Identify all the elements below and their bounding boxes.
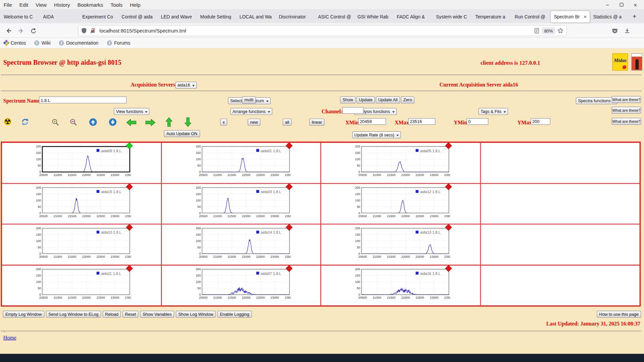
- next-arrow-icon[interactable]: [145, 119, 155, 128]
- spectrum-chart[interactable]: aida15 1.8.L0501001502002050021000215002…: [32, 186, 131, 221]
- show-log-window-button[interactable]: Show Log Window: [176, 311, 216, 318]
- minimize-button[interactable]: −: [604, 1, 611, 8]
- spectrum-chart[interactable]: aida01 1.8.L0501001502002050021000215002…: [191, 145, 290, 180]
- multi-button[interactable]: multi: [242, 97, 256, 104]
- empty-log-window-button[interactable]: Empty Log Window: [3, 311, 44, 318]
- spectrum-cell-aida05[interactable]: aida05 1.8.L0501001502002050021000215002…: [321, 142, 480, 183]
- spectrum-cell-aida11[interactable]: aida11 1.8.L0501001502002050021000215002…: [2, 265, 161, 306]
- menu-view[interactable]: View: [32, 2, 50, 8]
- spectrum-cell-aida10[interactable]: aida10 1.8.L0501001502002050021000215002…: [2, 224, 161, 265]
- what-are-these-button-1[interactable]: What are these?: [611, 96, 641, 103]
- insecure-lock-icon[interactable]: [90, 27, 96, 34]
- spectrum-cell-aida16[interactable]: aida16 1.8.L0501001502002050021000215002…: [321, 265, 480, 306]
- tab-fadc-align[interactable]: FADC Align &: [393, 11, 433, 22]
- tab-welcome-to-c[interactable]: Welcome to C: [0, 11, 40, 22]
- update-all-button[interactable]: Update All: [376, 97, 400, 104]
- tab-experiment-co[interactable]: Experiment Co: [79, 11, 118, 22]
- spectrum-cell-aida13[interactable]: aida13 1.8.L0501001502002050021000215002…: [321, 224, 480, 265]
- send-log-window-to-elog-button[interactable]: Send Log Window to ELog: [46, 311, 101, 318]
- show-variables-button[interactable]: Show Variables: [140, 311, 174, 318]
- maximize-button[interactable]: [618, 1, 625, 8]
- tags-fits-dropdown[interactable]: Tags & Fits: [479, 108, 508, 115]
- bookmark-documentation[interactable]: Documentation: [59, 40, 98, 46]
- tab-system-wide-c[interactable]: System wide C: [433, 11, 472, 22]
- tab-gsi-white-rab[interactable]: GSI White Rab: [354, 11, 393, 22]
- tab-statistics-a[interactable]: Statistics @ a: [590, 11, 629, 22]
- zoom-level-badge[interactable]: 80%: [542, 27, 555, 34]
- linear-button[interactable]: linear: [309, 119, 325, 126]
- pocket-save-button[interactable]: [609, 25, 620, 36]
- spectrum-chart[interactable]: aida14 1.8.L0501001502002050021000215002…: [191, 227, 290, 261]
- circle-arrow-up-icon[interactable]: [89, 118, 97, 126]
- what-are-these-button-3[interactable]: What are these?: [611, 118, 641, 125]
- circle-arrow-down-icon[interactable]: [108, 118, 117, 126]
- spectrum-cell-aida01[interactable]: aida01 1.8.L0501001502002050021000215002…: [161, 142, 321, 183]
- prev-arrow-icon[interactable]: [126, 119, 136, 128]
- tab-local-and-wa[interactable]: LOCAL and Wa: [236, 11, 275, 22]
- acquisition-server-select[interactable]: aida16: [175, 82, 197, 89]
- menu-history[interactable]: History: [50, 2, 74, 8]
- menu-tools[interactable]: Tools: [107, 2, 126, 8]
- spectrum-chart[interactable]: aida03 1.8.L0501001502002050021000215002…: [191, 186, 290, 221]
- tab-run-control[interactable]: Run Control @: [511, 11, 550, 22]
- spectrum-cell-aida07[interactable]: aida07 1.8.L0501001502002050021000215002…: [161, 265, 321, 306]
- bookmark-star-icon[interactable]: [557, 27, 564, 34]
- bookmark-centos[interactable]: Centos: [4, 40, 26, 46]
- spectrum-cell-aida09[interactable]: aida09 1.8.L0501001502002050021000215002…: [2, 142, 161, 183]
- view-functions-dropdown[interactable]: View functions: [114, 108, 150, 115]
- spectrum-name-input[interactable]: [39, 97, 126, 104]
- tab-temperature-a[interactable]: Temperature a: [472, 11, 511, 22]
- tab-asic-control[interactable]: ASIC Control @: [315, 11, 354, 22]
- spectrum-chart[interactable]: aida10 1.8.L0501001502002050021000215002…: [32, 227, 131, 261]
- spectrum-chart[interactable]: aida13 1.8.L0501001502002050021000215002…: [351, 227, 450, 261]
- spectrum-chart[interactable]: aida09 1.8.L0501001502002050021000215002…: [32, 145, 131, 180]
- url-bar[interactable]: localhost:8015/Spectrum/Spectrum.tml 80%: [78, 25, 567, 36]
- x-button[interactable]: x: [220, 119, 227, 126]
- spectrum-cell-aida12[interactable]: aida12 1.8.L0501001502002050021000215002…: [321, 183, 480, 224]
- enable-logging-button[interactable]: Enable Logging: [217, 311, 252, 318]
- menu-help[interactable]: Help: [126, 2, 144, 8]
- url-text[interactable]: localhost:8015/Spectrum/Spectrum.tml: [99, 28, 534, 34]
- reader-view-icon[interactable]: [534, 28, 540, 34]
- reload-button[interactable]: Reload: [103, 311, 121, 318]
- zoom-in-icon[interactable]: [51, 118, 60, 126]
- ymin-input[interactable]: [467, 118, 488, 125]
- tab-led-and-wave[interactable]: LED and Wave: [158, 11, 197, 22]
- menu-edit[interactable]: Edit: [16, 2, 32, 8]
- update-rate-dropdown[interactable]: Update Rate (8 secs): [352, 131, 401, 138]
- what-are-these-button-2[interactable]: What are these?: [611, 107, 641, 114]
- down-arrow-icon[interactable]: [184, 117, 192, 128]
- auto-update-button[interactable]: Auto Update ON: [164, 130, 200, 137]
- tab-close-icon[interactable]: ×: [584, 14, 587, 19]
- up-arrow-icon[interactable]: [165, 117, 172, 128]
- show-button[interactable]: Show: [340, 97, 356, 104]
- xmax-input[interactable]: [408, 118, 435, 125]
- reload-button[interactable]: [28, 25, 39, 36]
- new-button[interactable]: new: [248, 119, 260, 126]
- zero-button[interactable]: Zero: [401, 97, 415, 104]
- spectrum-chart[interactable]: aida07 1.8.L0501001502002050021000215002…: [191, 268, 290, 302]
- reset-button[interactable]: Reset: [122, 311, 139, 318]
- spectra-functions-dropdown[interactable]: Spectra functions: [576, 97, 617, 104]
- ymax-input[interactable]: [531, 118, 550, 125]
- channel-input[interactable]: [342, 107, 364, 114]
- arrange-functions-dropdown[interactable]: Arrange functions: [230, 108, 272, 115]
- spectrum-cell-aida03[interactable]: aida03 1.8.L0501001502002050021000215002…: [161, 183, 321, 224]
- tab-discriminator[interactable]: Discriminator: [275, 11, 315, 22]
- radiation-icon[interactable]: ☢: [3, 117, 12, 126]
- tab-module-setting[interactable]: Module Setting: [197, 11, 236, 22]
- spectrum-chart[interactable]: aida16 1.8.L0501001502002050021000215002…: [351, 268, 450, 302]
- new-tab-button[interactable]: +: [629, 11, 640, 22]
- downloads-button[interactable]: [622, 25, 633, 36]
- menu-file[interactable]: File: [0, 2, 16, 8]
- spectrum-chart[interactable]: aida12 1.8.L0501001502002050021000215002…: [351, 186, 450, 221]
- refresh-icon[interactable]: [20, 117, 29, 126]
- spectrum-cell-aida14[interactable]: aida14 1.8.L0501001502002050021000215002…: [161, 224, 321, 265]
- bookmark-forums[interactable]: Forums: [107, 40, 130, 46]
- bookmark-wiki[interactable]: Wiki: [34, 40, 51, 46]
- xmin-input[interactable]: [358, 118, 386, 125]
- tab-spectrum-br[interactable]: Spectrum Br×: [551, 11, 590, 22]
- tab-aida[interactable]: AIDA: [40, 11, 79, 22]
- spectrum-cell-aida15[interactable]: aida15 1.8.L0501001502002050021000215002…: [2, 183, 161, 224]
- update-button[interactable]: Update: [357, 97, 375, 104]
